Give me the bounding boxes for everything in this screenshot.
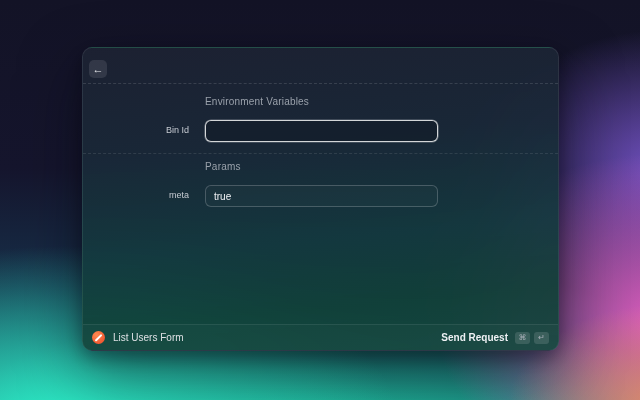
window-footer: List Users Form Send Request ⌘ ↵: [83, 324, 558, 350]
desktop-background: ← Environment Variables Bin Id Params me…: [0, 0, 640, 400]
section-title-params: Params: [205, 161, 241, 172]
back-button[interactable]: ←: [89, 60, 107, 78]
send-request-button[interactable]: Send Request ⌘ ↵: [441, 332, 549, 344]
form-window: ← Environment Variables Bin Id Params me…: [82, 47, 559, 351]
bin-id-label: Bin Id: [83, 125, 189, 135]
back-arrow-icon: ←: [93, 63, 104, 75]
bin-id-input[interactable]: [205, 120, 438, 142]
section-divider: [83, 153, 558, 154]
app-name: List Users Form: [113, 332, 184, 343]
meta-input[interactable]: [205, 185, 438, 207]
pencil-icon: [95, 334, 102, 341]
form-content: Environment Variables Bin Id Params meta: [83, 84, 558, 324]
form-app-icon: [92, 331, 105, 344]
command-key-icon: ⌘: [515, 332, 530, 344]
return-key-icon: ↵: [534, 332, 549, 344]
window-header: ←: [83, 48, 558, 84]
section-title-environment-variables: Environment Variables: [205, 96, 309, 107]
send-request-label: Send Request: [441, 332, 508, 343]
meta-label: meta: [83, 190, 189, 200]
